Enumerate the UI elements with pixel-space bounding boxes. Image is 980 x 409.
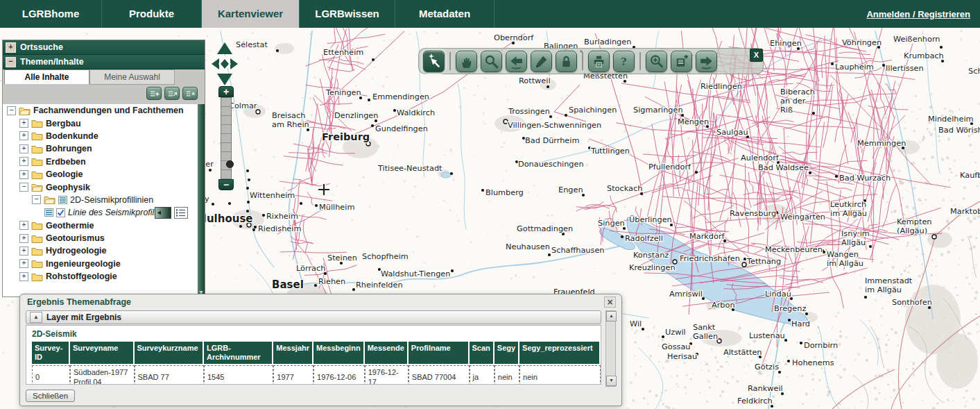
table-row[interactable]: 0Südbaden-1977 Profil 04SBAD 77154519771… <box>32 365 601 385</box>
tree-item-bergbau[interactable]: +Bergbau <box>3 117 198 129</box>
collapse-node-icon[interactable]: − <box>32 195 41 204</box>
layer-visibility-checkbox[interactable] <box>56 208 65 217</box>
print-tool-button[interactable] <box>588 51 610 72</box>
expand-node-icon[interactable]: + <box>19 131 28 140</box>
city-label: Radolfzell <box>625 234 663 243</box>
city-label: Arbon <box>712 301 735 310</box>
table-cell: 1976-12-06 <box>313 365 365 385</box>
tree-item-bodenkunde[interactable]: +Bodenkunde <box>3 130 198 142</box>
tree-item-bohrungen[interactable]: +Bohrungen <box>3 142 198 155</box>
nav-tab-metadaten[interactable]: Metadaten <box>395 0 495 28</box>
city-label: Gundelfingen <box>375 124 428 133</box>
sidebar-tab-alle-inhalte[interactable]: Alle Inhalte <box>4 69 89 84</box>
themen-title: Themen/Inhalte <box>20 57 84 67</box>
expand-node-icon[interactable]: + <box>19 119 28 128</box>
tree-item-fachanwendungen-und-fachthemen[interactable]: −Fachanwendungen und Fachthemen <box>3 104 198 117</box>
sidebar-tab-meine-auswahl[interactable]: Meine Auswahl <box>89 69 175 85</box>
city-label: Hohenems <box>792 358 834 367</box>
nav-tab-produkte[interactable]: Produkte <box>102 0 202 28</box>
column-header[interactable]: Messbeginn <box>313 342 365 365</box>
city-label: Rixheim <box>266 212 298 221</box>
tree-item-2d-seismikprofillinien[interactable]: −2D-Seismikprofillinien <box>3 194 198 206</box>
previous-extent-button[interactable] <box>506 51 527 72</box>
zoom-in-button[interactable]: + <box>218 86 234 97</box>
nav-tab-lgrbhome[interactable]: LGRBhome <box>0 0 102 28</box>
tree-item-hydrogeologie[interactable]: +Hydrogeologie <box>3 244 198 257</box>
tree-tool-layers-x-icon[interactable] <box>182 87 198 100</box>
city-label: Feldkirch <box>737 397 773 406</box>
collapse-node-icon[interactable]: − <box>19 183 28 192</box>
login-register-link[interactable]: Anmelden / Registrieren <box>866 9 980 19</box>
zoom-full-extent-button[interactable] <box>646 51 667 72</box>
column-header[interactable]: Segy_reprozessiert <box>519 342 601 365</box>
tree-item-rohstoffgeologie[interactable]: +Rohstoffgeologie <box>3 270 198 283</box>
column-header[interactable]: Surveyname <box>70 342 134 365</box>
scroll-up-button[interactable]: ▲ <box>606 311 617 322</box>
expand-node-icon[interactable]: + <box>19 157 28 166</box>
expand-node-icon[interactable]: + <box>19 144 28 153</box>
tree-item-linie-des-seismikprofils[interactable]: Linie des Seismikprofils <box>3 206 198 219</box>
city-label: Schopfheim <box>362 252 409 261</box>
collapse-minus-icon[interactable]: − <box>6 57 16 67</box>
folder-icon <box>31 144 43 153</box>
zoom-out-button[interactable]: − <box>218 179 234 190</box>
lock-tool-button[interactable] <box>556 51 577 72</box>
zoom-box-tool-button[interactable] <box>481 51 502 72</box>
results-panel: Ergebnis Themenabfrage × ▲ Layer mit Erg… <box>19 294 622 406</box>
column-header[interactable]: LGRB- Archivnummer <box>204 342 273 365</box>
map-pan-compass[interactable] <box>209 42 241 86</box>
city-label: Meckenbeuren <box>765 245 823 254</box>
column-header[interactable]: Messjahr <box>273 342 313 365</box>
expand-node-icon[interactable]: + <box>19 259 28 268</box>
tree-item-geologie[interactable]: +Geologie <box>3 168 198 181</box>
tree-item-geotourismus[interactable]: +Geotourismus <box>3 232 198 244</box>
collapse-section-button[interactable]: ▲ <box>30 312 42 323</box>
column-header[interactable]: Scan <box>470 342 495 365</box>
city-label: Pfullendorf <box>648 162 691 172</box>
expand-node-icon[interactable]: + <box>19 247 28 256</box>
results-close-icon[interactable]: × <box>604 297 616 308</box>
sidebar-scrollbar[interactable] <box>198 104 205 297</box>
collapse-node-icon[interactable]: − <box>7 106 16 115</box>
zoom-handle[interactable] <box>226 160 234 168</box>
themen-panel-header[interactable]: − Themen/Inhalte <box>3 55 205 69</box>
scroll-down-button[interactable]: ▼ <box>606 376 617 386</box>
tree-item-erdbeben[interactable]: +Erdbeben <box>3 156 198 168</box>
nav-tab-lgrbwissen[interactable]: LGRBwissen <box>300 0 395 28</box>
city-dot <box>451 269 454 272</box>
column-header[interactable]: Segy <box>495 342 519 365</box>
tree-item-ingenieurgeologie[interactable]: +Ingenieurgeologie <box>3 258 198 270</box>
city-label: Wittenheim <box>250 191 295 200</box>
draw-tool-button[interactable] <box>531 51 552 72</box>
expand-node-icon[interactable]: + <box>19 234 28 243</box>
nav-tab-kartenviewer[interactable]: Kartenviewer <box>202 0 300 28</box>
tree-item-geophysik[interactable]: −Geophysik <box>3 181 198 193</box>
expand-node-icon[interactable]: + <box>19 221 28 230</box>
city-label: Bad Dürrheim <box>525 136 579 145</box>
city-label: Friedrichshafen <box>680 254 740 263</box>
column-header[interactable]: Messende <box>365 342 409 365</box>
expand-plus-icon[interactable]: + <box>6 42 16 53</box>
expand-node-icon[interactable]: + <box>19 170 28 179</box>
identify-tool-button[interactable] <box>423 51 445 72</box>
column-header[interactable]: Profilname <box>409 342 470 365</box>
column-header[interactable]: Surveykurzname <box>135 342 204 365</box>
next-extent-button[interactable] <box>696 51 717 72</box>
report-tool-button[interactable] <box>671 51 692 72</box>
city-dot <box>481 189 484 192</box>
ortssuche-panel-header[interactable]: + Ortssuche <box>3 40 205 55</box>
column-header[interactable]: Survey- ID <box>32 342 70 365</box>
zoom-slider[interactable]: + − <box>218 86 234 97</box>
tree-tool-layers-plus-icon[interactable] <box>146 87 162 100</box>
schliessen-button[interactable]: Schließen <box>26 390 75 402</box>
results-scrollbar[interactable]: ▲ ▼ <box>605 310 616 387</box>
zoom-track[interactable] <box>221 97 232 181</box>
help-tool-button[interactable]: ? <box>613 51 635 72</box>
tree-tool-layers-arrow-icon[interactable] <box>164 87 180 100</box>
tree-item-geothermie[interactable]: +Geothermie <box>3 219 198 232</box>
toolbar-close-button[interactable]: X <box>750 49 763 62</box>
expand-node-icon[interactable]: + <box>19 272 28 281</box>
layer-result-section-bar[interactable]: ▲ Layer mit Ergebnis <box>26 310 601 324</box>
city-dot <box>882 64 885 67</box>
pan-tool-button[interactable] <box>456 51 477 72</box>
